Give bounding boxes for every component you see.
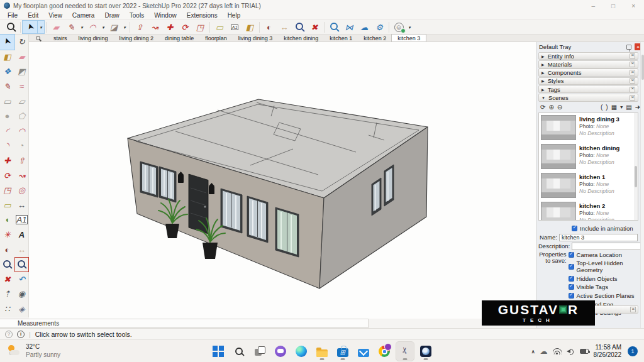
- signin-dropdown-caret[interactable]: ▾: [406, 21, 413, 33]
- section-close-button[interactable]: [630, 87, 635, 92]
- scene-tab-dining-table[interactable]: dining table: [159, 35, 199, 41]
- eraser-tool-icon[interactable]: ▰: [48, 21, 64, 33]
- follow-me-tool[interactable]: ↝: [14, 168, 29, 183]
- tape-measure-tool[interactable]: ▭: [0, 198, 14, 213]
- scene-description-input[interactable]: [572, 243, 644, 250]
- move-tool-icon[interactable]: ✚: [162, 21, 177, 33]
- search-button[interactable]: [230, 342, 248, 361]
- protractor-tool[interactable]: ◖: [0, 212, 14, 228]
- 3d-text-tool[interactable]: A: [14, 228, 29, 243]
- section-close-button[interactable]: [630, 95, 635, 101]
- onedrive-cloud-icon[interactable]: ☁: [540, 348, 548, 355]
- text-tool[interactable]: A1: [14, 212, 29, 228]
- select-tool-icon[interactable]: ➤: [23, 21, 38, 33]
- offset-tool[interactable]: ◎: [14, 183, 29, 198]
- scene-tab-living-dining-2[interactable]: living dining 2: [114, 35, 160, 41]
- menu-tools[interactable]: Tools: [125, 12, 149, 19]
- line-tool[interactable]: ✎: [0, 79, 14, 94]
- section-close-button[interactable]: [630, 78, 635, 84]
- shapes-tool[interactable]: ❖: [0, 64, 14, 79]
- scene-tab-stairs[interactable]: stairs: [48, 35, 73, 41]
- notification-badge[interactable]: 1: [628, 346, 638, 356]
- zoom-extents-tool[interactable]: ✖: [0, 272, 14, 287]
- pan-tool-icon[interactable]: ↔: [277, 21, 292, 33]
- include-animation-row[interactable]: Include in animation: [572, 225, 644, 232]
- scenes-scrollbar[interactable]: [634, 113, 638, 220]
- paint-bucket-tool[interactable]: ◧: [0, 50, 14, 65]
- trimble-connect-icon[interactable]: ☁: [357, 21, 372, 33]
- scene-item-kitchen-dining[interactable]: kitchen dining Photo: None No Descriptio…: [539, 142, 638, 171]
- scene-tab-kitchen-1[interactable]: kitchen 1: [324, 35, 358, 41]
- extension-manager-icon[interactable]: ⚙: [372, 21, 387, 33]
- line-dropdown-caret[interactable]: ▾: [79, 21, 85, 33]
- property-checkbox[interactable]: [569, 284, 574, 290]
- paint-bucket-tool-icon[interactable]: ◧: [242, 21, 257, 33]
- menu-window[interactable]: Window: [149, 12, 182, 19]
- rotate-tool-icon[interactable]: ⟳: [177, 21, 192, 33]
- menu-draw[interactable]: Draw: [99, 12, 124, 19]
- menu-file[interactable]: File: [3, 12, 23, 19]
- position-camera-tool[interactable]: ⇡: [0, 287, 14, 302]
- rotate-tool[interactable]: ⟳: [0, 168, 14, 183]
- property-checkbox-row[interactable]: Hidden Objects: [569, 275, 638, 282]
- chat-button[interactable]: [272, 342, 289, 361]
- tray-section-scenes[interactable]: ▼ Scenes: [538, 94, 638, 102]
- menu-camera[interactable]: Camera: [67, 12, 100, 19]
- remove-scene-button[interactable]: ⊖: [557, 104, 562, 111]
- tray-scrollbar[interactable]: [640, 42, 644, 339]
- tray-section-components[interactable]: ▶ Components: [538, 69, 638, 77]
- zoom-tool[interactable]: [0, 257, 14, 272]
- scale-tool-icon[interactable]: ◳: [192, 21, 208, 33]
- scene-item-living-dining-3[interactable]: living dining 3 Photo: None No Descripti…: [539, 113, 638, 142]
- search-3d-warehouse-icon[interactable]: [326, 21, 341, 33]
- property-checkbox[interactable]: [569, 252, 574, 258]
- scene-search-icon[interactable]: [29, 35, 48, 41]
- include-animation-checkbox[interactable]: [572, 226, 577, 231]
- previous-view-tool[interactable]: ↶: [14, 272, 29, 287]
- look-around-tool[interactable]: ◉: [14, 287, 29, 302]
- battery-icon[interactable]: [580, 349, 589, 354]
- scene-name-input[interactable]: [559, 234, 638, 241]
- section-close-button[interactable]: [630, 62, 635, 67]
- tag-tool[interactable]: ◩: [14, 64, 29, 79]
- scene-item-kitchen-2[interactable]: kitchen 2 Photo: None No Description: [539, 200, 638, 221]
- mail-button[interactable]: [355, 342, 372, 361]
- weather-widget[interactable]: 32°C Partly sunny: [6, 343, 60, 358]
- zoom-window-tool[interactable]: [14, 257, 29, 272]
- dimension-tool[interactable]: ↔: [14, 198, 29, 213]
- scene-tab-living-dining[interactable]: living dining: [73, 35, 114, 41]
- rotated-rectangle-tool[interactable]: ▱: [14, 94, 29, 109]
- scene-tab-floorplan[interactable]: floorplan: [199, 35, 233, 41]
- section-plane-tool[interactable]: ◈: [14, 302, 29, 317]
- menu-extensions[interactable]: Extensions: [182, 12, 223, 19]
- circle-tool[interactable]: ●: [0, 109, 14, 124]
- move-scene-down-button[interactable]: (: [601, 104, 602, 111]
- axes-tool[interactable]: ✳: [0, 228, 14, 243]
- three-point-arc-tool[interactable]: ◝: [0, 138, 14, 153]
- tray-section-materials[interactable]: ▶ Materials: [538, 60, 638, 69]
- maximize-button[interactable]: □: [611, 3, 615, 9]
- chevron-up-icon[interactable]: ∧: [531, 349, 535, 354]
- rectangle-tool-icon[interactable]: ◪: [106, 21, 121, 33]
- volume-icon[interactable]: [567, 348, 575, 354]
- snipping-tool-button[interactable]: [396, 342, 414, 361]
- make-component-tool[interactable]: ↻: [14, 35, 29, 50]
- tray-section-entity-info[interactable]: ▶ Entity Info: [538, 52, 638, 60]
- rectangle-tool[interactable]: ▭: [0, 94, 14, 109]
- view-options-caret[interactable]: ▾: [620, 105, 623, 110]
- property-checkbox[interactable]: [569, 264, 574, 270]
- rectangle-dropdown-caret[interactable]: ▾: [121, 21, 128, 33]
- follow-me-tool-icon[interactable]: ↝: [147, 21, 162, 33]
- scene-tab-kitchen-3[interactable]: kitchen 3: [392, 35, 426, 41]
- store-button[interactable]: [334, 342, 352, 361]
- arc-dropdown-caret[interactable]: ▾: [100, 21, 106, 33]
- toggle-details-button[interactable]: ➜: [635, 104, 640, 111]
- arc-tool-icon[interactable]: ◠: [85, 21, 100, 33]
- menu-help[interactable]: Help: [223, 12, 246, 19]
- file-explorer-button[interactable]: [313, 342, 331, 361]
- scene-tab-living-dining-3[interactable]: living dining 3: [233, 35, 279, 41]
- walk-tool[interactable]: ∷: [0, 302, 14, 317]
- scale-tool[interactable]: ◳: [0, 183, 14, 198]
- property-checkbox[interactable]: [569, 293, 574, 299]
- minimize-button[interactable]: –: [592, 3, 596, 9]
